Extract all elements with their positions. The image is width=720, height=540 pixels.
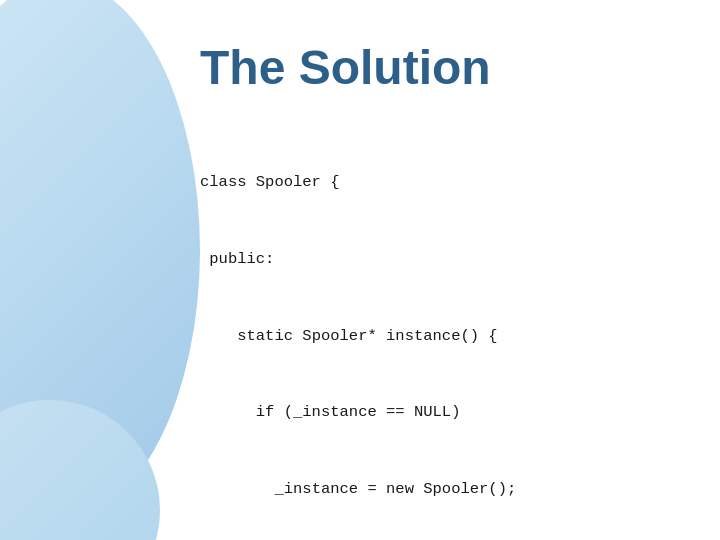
main-content: The Solution class Spooler { public: sta… (0, 0, 720, 540)
code-line-3: static Spooler* instance() { (200, 324, 660, 350)
code-line-1: class Spooler { (200, 170, 660, 196)
code-block: class Spooler { public: static Spooler* … (200, 119, 660, 540)
slide-title: The Solution (200, 40, 660, 95)
code-line-5: _instance = new Spooler(); (200, 477, 660, 503)
code-line-4: if (_instance == NULL) (200, 400, 660, 426)
code-line-2: public: (200, 247, 660, 273)
